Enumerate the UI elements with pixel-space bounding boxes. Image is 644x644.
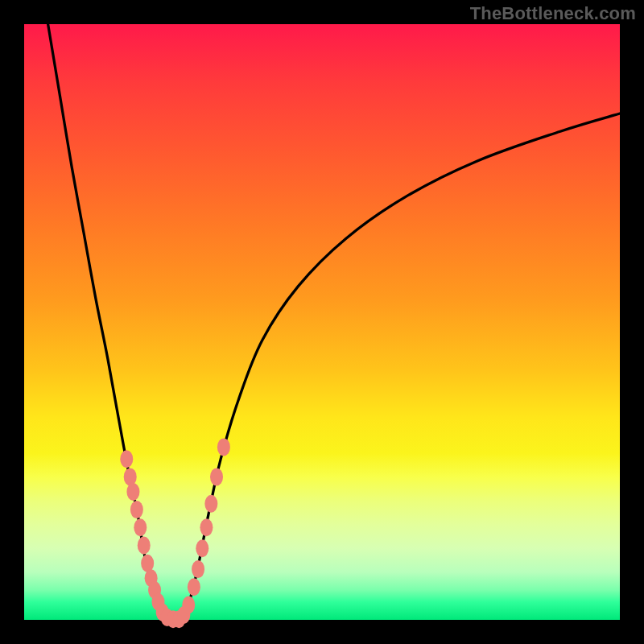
plot-area — [24, 24, 620, 620]
right-curve — [179, 114, 620, 620]
highlight-dot — [196, 539, 208, 557]
highlight-dot — [134, 518, 147, 536]
highlight-dot — [130, 501, 143, 518]
curves-svg — [24, 24, 620, 620]
watermark-text: TheBottleneck.com — [470, 3, 636, 24]
highlight-dot — [210, 468, 223, 485]
left-curve — [48, 24, 167, 620]
highlight-dot — [204, 495, 217, 513]
highlight-dot — [124, 468, 137, 485]
highlight-dot — [182, 597, 195, 614]
highlight-dots-right — [172, 438, 230, 628]
highlight-dot — [138, 537, 151, 555]
chart-frame: TheBottleneck.com — [0, 0, 644, 644]
highlight-dot — [217, 438, 230, 456]
highlight-dot — [120, 450, 133, 468]
highlight-dot — [192, 560, 204, 578]
highlight-dots-left — [120, 450, 180, 628]
highlight-dot — [188, 578, 200, 596]
highlight-dot — [200, 518, 213, 536]
highlight-dot — [126, 483, 139, 501]
